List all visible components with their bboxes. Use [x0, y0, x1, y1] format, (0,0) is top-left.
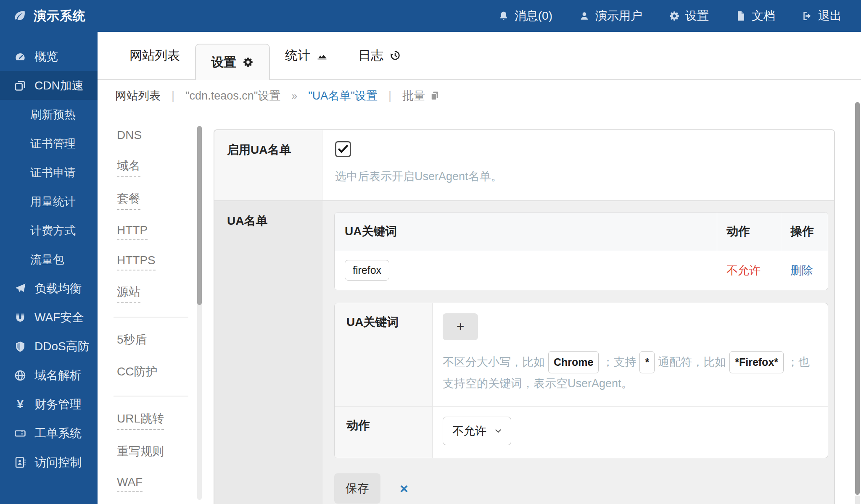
nav-item-label: 重写规则	[117, 444, 164, 462]
nav-item-https[interactable]: HTTPS	[117, 254, 203, 270]
sidebar-item-overview[interactable]: 概览	[0, 42, 98, 71]
action-label: 动作	[335, 407, 433, 458]
gauge-icon	[13, 50, 28, 63]
sidebar-item-load-balance[interactable]: 负载均衡	[0, 274, 98, 303]
nav-item-label: WAF	[117, 475, 143, 492]
nav-item-cc-protect[interactable]: CC防护	[117, 364, 203, 382]
tab-logs[interactable]: 日志	[343, 32, 416, 79]
sidebar-item-usage-stats[interactable]: 用量统计	[0, 187, 98, 216]
sidebar-item-tickets[interactable]: 工单系统	[0, 419, 98, 448]
docs-label: 文档	[752, 8, 775, 24]
keyword-input-row: UA关键词 + 不区分大小写，比如Chrome；支持*通配符，比如*Firefo…	[335, 303, 828, 407]
tab-statistics[interactable]: 统计	[270, 32, 343, 79]
tab-website-list[interactable]: 网站列表	[114, 32, 195, 79]
yen-icon: ¥	[13, 398, 28, 411]
sidebar-item-refresh-preheat[interactable]: 刷新预热	[0, 100, 98, 129]
hint-text: ；支持	[602, 356, 636, 368]
window-scrollbar-thumb[interactable]	[855, 102, 860, 495]
sidebar-item-access-control[interactable]: 访问控制	[0, 448, 98, 477]
sidebar-item-billing-method[interactable]: 计费方式	[0, 216, 98, 245]
batch-label: 批量	[402, 88, 425, 103]
sidebar-item-finance[interactable]: ¥ 财务管理	[0, 390, 98, 419]
settings-nav: DNS 域名 套餐 HTTP HTTPS 源站 5秒盾 CC防护 URL跳转 重…	[98, 112, 203, 504]
table-header: UA关键词 动作 操作	[335, 213, 828, 251]
sidebar-item-dns-resolve[interactable]: 域名解析	[0, 361, 98, 390]
nav-item-http[interactable]: HTTP	[117, 223, 203, 240]
action-value: 不允许	[726, 263, 761, 278]
brand[interactable]: 演示系统	[0, 8, 86, 25]
delete-link[interactable]: 删除	[790, 263, 813, 278]
sidebar-item-waf[interactable]: WAF安全	[0, 303, 98, 332]
nav-item-5s-shield[interactable]: 5秒盾	[117, 332, 203, 350]
sidebar-item-label: 用量统计	[30, 194, 76, 209]
tab-label: 日志	[358, 47, 383, 64]
nav-item-plan[interactable]: 套餐	[117, 191, 203, 210]
keyword-label: UA关键词	[335, 303, 433, 407]
editor-save-button[interactable]: 保存	[334, 473, 380, 504]
user-icon	[578, 10, 590, 22]
enable-ua-checkbox[interactable]	[335, 141, 351, 157]
nav-scrollbar-thumb[interactable]	[197, 126, 202, 305]
logout-label: 退出	[818, 8, 842, 24]
editor-close-button[interactable]: ×	[400, 481, 408, 496]
nav-item-label: CC防护	[117, 364, 157, 382]
sidebar-item-label: 概览	[34, 49, 58, 65]
ua-list-label: UA名单	[214, 201, 322, 504]
sidebar-item-cert-manage[interactable]: 证书管理	[0, 129, 98, 158]
sidebar-item-label: 计费方式	[30, 223, 76, 238]
firefox-badge: *Firefox*	[729, 351, 784, 373]
nav-divider	[114, 317, 188, 318]
messages-button[interactable]: 消息(0)	[498, 8, 552, 24]
nav-item-label: HTTP	[117, 223, 148, 240]
batch-button[interactable]: 批量	[402, 88, 440, 103]
paper-plane-icon	[13, 282, 28, 295]
settings-label: 设置	[685, 8, 709, 24]
logout-button[interactable]: 退出	[801, 8, 842, 24]
user-menu[interactable]: 演示用户	[578, 8, 642, 24]
keyword-hint: 不区分大小写，比如Chrome；支持*通配符，比如*Firefox*；也支持空的…	[443, 351, 815, 394]
sidebar-item-label: 访问控制	[34, 454, 82, 470]
history-icon	[389, 50, 401, 61]
settings-button[interactable]: 设置	[668, 8, 709, 24]
action-select[interactable]: 不允许	[443, 417, 511, 445]
docs-button[interactable]: 文档	[735, 8, 775, 24]
sidebar-item-label: 证书申请	[30, 165, 76, 180]
sidebar-item-cert-apply[interactable]: 证书申请	[0, 158, 98, 187]
wildcard-badge: *	[639, 351, 655, 373]
nav-item-dns[interactable]: DNS	[117, 129, 203, 144]
clone-icon	[13, 79, 28, 92]
nav-item-url-redirect[interactable]: URL跳转	[117, 411, 203, 430]
nav-item-label: 源站	[117, 284, 140, 303]
main-content: 网站列表 设置 统计 日志 网站列表 | "cdn.teaos.cn"设置 » …	[98, 32, 861, 504]
sidebar-item-label: 负载均衡	[34, 281, 82, 297]
nav-item-rewrite-rules[interactable]: 重写规则	[117, 444, 203, 462]
add-keyword-button[interactable]: +	[443, 313, 478, 340]
file-icon	[735, 10, 747, 22]
nav-item-label: DNS	[117, 129, 142, 144]
breadcrumb-domain-settings[interactable]: "cdn.teaos.cn"设置	[185, 88, 280, 103]
sidebar-item-label: 域名解析	[34, 368, 82, 383]
col-header-action: 动作	[717, 213, 781, 251]
ua-keyword-editor: UA关键词 + 不区分大小写，比如Chrome；支持*通配符，比如*Firefo…	[334, 303, 828, 459]
enable-ua-hint: 选中后表示开启UserAgent名单。	[335, 167, 821, 186]
tab-label: 网站列表	[129, 47, 180, 64]
breadcrumb-current[interactable]: "UA名单"设置	[308, 88, 378, 103]
action-select-row: 动作 不允许	[335, 406, 828, 458]
nav-item-waf[interactable]: WAF	[117, 475, 203, 492]
breadcrumb-website-list[interactable]: 网站列表	[115, 88, 161, 103]
copy-icon	[429, 90, 440, 101]
nav-item-origin[interactable]: 源站	[117, 284, 203, 303]
leaf-icon	[13, 9, 27, 23]
address-book-icon	[13, 456, 28, 469]
sidebar-item-ddos[interactable]: DDoS高防	[0, 332, 98, 361]
gear-icon	[242, 56, 254, 68]
ua-list-row: UA名单 UA关键词 动作 操作 firefox 不允许 删除	[214, 200, 834, 504]
tab-label: 设置	[211, 54, 236, 71]
sidebar-item-traffic-package[interactable]: 流量包	[0, 245, 98, 274]
sidebar-item-cdn[interactable]: CDN加速	[0, 71, 98, 100]
tab-settings[interactable]: 设置	[195, 44, 270, 80]
chrome-badge: Chrome	[548, 351, 599, 373]
brand-label: 演示系统	[34, 8, 86, 25]
sidebar: 概览 CDN加速 刷新预热 证书管理 证书申请 用量统计 计费方式 流量包 负载…	[0, 32, 98, 504]
nav-item-domain[interactable]: 域名	[117, 158, 203, 177]
